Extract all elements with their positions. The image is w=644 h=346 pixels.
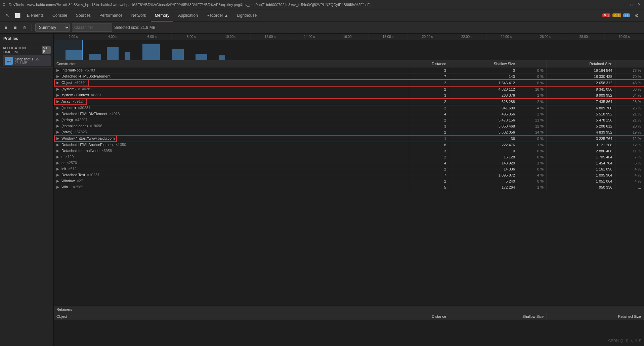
constructor-cell[interactable]: ▶ (string)×42297 <box>54 117 409 123</box>
window-close-btn[interactable]: ✕ <box>636 2 642 8</box>
timeline-bars-area[interactable] <box>54 40 644 60</box>
tab-sources[interactable]: Sources <box>72 9 95 21</box>
table-row[interactable]: ▶ InternalNode×5783300 %19 164 54473 % <box>54 67 644 73</box>
table-row[interactable]: ▶ (compiled code)×1909633 058 46812 %5 2… <box>54 123 644 129</box>
tree-expand-icon[interactable]: ▶ <box>56 185 60 189</box>
constructor-cell[interactable]: ▶ init×512 <box>54 166 409 172</box>
constructor-cell[interactable]: ▶ (compiled code)×19096 <box>54 123 409 129</box>
snapshot-info: Snapshot 1 Sa 26.1 MB <box>15 57 39 65</box>
window-minimize-btn[interactable]: ─ <box>621 2 627 8</box>
constructor-cell[interactable]: ▶ Detached HTMLBodyElement <box>54 73 409 80</box>
table-row[interactable]: ▶ system / Context×83373268 3761 %8 909 … <box>54 92 644 98</box>
table-row[interactable]: ▶ (system)×14028124 820 11218 %9 341 056… <box>54 86 644 92</box>
tree-expand-icon[interactable]: ▶ <box>56 81 60 85</box>
constructor-cell[interactable]: ▶ Detached InternalNode×3958 <box>54 148 409 154</box>
retained-size-cell: 2 886 468 <box>547 148 615 154</box>
tab-memory[interactable]: Memory <box>151 9 173 21</box>
devtools-icon-cursor[interactable]: ↖ <box>3 11 12 20</box>
constructor-cell[interactable]: ▶ Object×60394 <box>54 80 409 86</box>
table-row[interactable]: ▶ Win...×25855172 2641 %950 336... <box>54 184 644 190</box>
constructor-cell[interactable]: ▶ InternalNode×5783 <box>54 67 409 73</box>
tab-network[interactable]: Network <box>127 9 150 21</box>
distance-cell: 7 <box>409 73 449 80</box>
retained-size-cell: 5 478 156 <box>547 117 615 123</box>
retained-size-cell: 1 161 096 <box>547 166 615 172</box>
tab-recorder[interactable]: Recorder ▲ <box>203 9 232 21</box>
constructor-cell[interactable]: ▶ (system)×140281 <box>54 86 409 92</box>
constructor-cell[interactable]: ▶ Window / https://www.baidu.com <box>54 135 409 142</box>
distance-cell: 2 <box>409 105 449 111</box>
table-row[interactable]: ▶ (closure)×302312941 6804 %6 809 76026 … <box>54 105 644 111</box>
table-row[interactable]: ▶ Object×6039421 546 4126 %12 658 31248 … <box>54 80 644 86</box>
class-filter-input[interactable] <box>72 23 112 32</box>
constructor-cell[interactable]: ▶ ot×2570 <box>54 160 409 166</box>
devtools-settings-btn[interactable]: ⚙ <box>632 11 641 20</box>
table-row[interactable]: ▶ Detached HTMLDivElement×40134495 3562 … <box>54 111 644 117</box>
constructor-cell[interactable]: ▶ s×129 <box>54 154 409 160</box>
time-label-11: 22.00 s <box>447 34 486 40</box>
table-row[interactable]: ▶ Detached HTMLBodyElement71400 %18 330 … <box>54 73 644 80</box>
tree-expand-icon[interactable]: ▶ <box>56 106 60 110</box>
tab-performance[interactable]: Performance <box>95 9 127 21</box>
devtools-icon-device[interactable]: ⬜ <box>13 11 22 20</box>
tab-lighthouse[interactable]: Lighthouse <box>233 9 261 21</box>
snapshot-item[interactable]: 📷 Snapshot 1 Sa 26.1 MB <box>3 55 51 66</box>
header-constructor[interactable]: Constructor <box>54 60 409 67</box>
tree-expand-icon[interactable]: ▶ <box>56 167 60 171</box>
tree-expand-icon[interactable]: ▶ <box>56 68 60 72</box>
tree-expand-icon[interactable]: ▶ <box>56 87 60 91</box>
table-row[interactable]: ▶ Window×2725 2400 %1 051 0644 % <box>54 178 644 184</box>
tree-expand-icon[interactable]: ▶ <box>56 179 60 183</box>
table-row[interactable]: ▶ Detached HTMLAnchorElement×13508222 47… <box>54 142 644 148</box>
tree-expand-icon[interactable]: ▶ <box>56 173 60 177</box>
header-shallow-size[interactable]: Shallow Size <box>449 60 518 67</box>
constructor-cell[interactable]: ▶ Array×39124 <box>54 98 409 105</box>
header-distance[interactable]: Distance <box>409 60 449 67</box>
constructor-name: Detached HTMLBodyElement <box>61 74 111 78</box>
retainers-header-retained[interactable]: Retained Size <box>547 313 644 320</box>
constructor-cell[interactable]: ▶ Window×27 <box>54 178 409 184</box>
constructor-cell[interactable]: ▶ Detached HTMLAnchorElement×1350 <box>54 142 409 148</box>
table-row[interactable]: ▶ s×129216 1280 %1 705 4647 % <box>54 154 644 160</box>
tree-expand-icon[interactable]: ▶ <box>56 118 60 122</box>
table-row[interactable]: ▶ ot×25704143 9201 %1 454 7846 % <box>54 160 644 166</box>
window-restore-btn[interactable]: □ <box>629 2 635 8</box>
tree-expand-icon[interactable]: ▶ <box>56 130 60 134</box>
header-retained-size[interactable]: Retained Size <box>547 60 615 67</box>
data-table-container[interactable]: Constructor Distance Shallow Size Retain… <box>54 60 644 306</box>
retainers-header-shallow[interactable]: Shallow Size <box>449 313 547 320</box>
table-row[interactable]: ▶ Detached InternalNode×3958300 %2 886 4… <box>54 148 644 154</box>
table-row[interactable]: ▶ Detached Text×1023771 095 8724 %1 095 … <box>54 172 644 178</box>
record-btn[interactable]: ⏺ <box>2 24 9 31</box>
constructor-cell[interactable]: ▶ (array)×37825 <box>54 129 409 135</box>
tree-expand-icon[interactable]: ▶ <box>56 74 60 78</box>
tree-expand-icon[interactable]: ▶ <box>56 143 60 147</box>
table-row[interactable]: ▶ Window / https://www.baidu.com1360 %3 … <box>54 135 644 142</box>
tab-application[interactable]: Application <box>174 9 202 21</box>
tree-expand-icon[interactable]: ▶ <box>56 149 60 153</box>
constructor-cell[interactable]: ▶ system / Context×8337 <box>54 92 409 98</box>
trash-btn[interactable]: 🗑 <box>21 24 28 31</box>
constructor-cell[interactable]: ▶ Detached Text×10237 <box>54 172 409 178</box>
constructor-cell[interactable]: ▶ Detached HTMLDivElement×4013 <box>54 111 409 117</box>
shallow-pct-cell: 2 % <box>518 98 546 105</box>
constructor-cell[interactable]: ▶ (closure)×30231 <box>54 105 409 111</box>
tree-expand-icon[interactable]: ▶ <box>56 155 60 159</box>
tab-console[interactable]: Console <box>48 9 71 21</box>
summary-dropdown[interactable]: Summary Comparison Containment Statistic… <box>35 23 70 32</box>
retainers-header-object[interactable]: Object <box>54 313 409 320</box>
stop-btn[interactable]: ⏹ <box>11 24 19 31</box>
tree-expand-icon[interactable]: ▶ <box>56 93 60 97</box>
constructor-cell[interactable]: ▶ Win...×2585 <box>54 184 409 190</box>
table-row[interactable]: ▶ init×512214 3360 %1 161 0964 % <box>54 166 644 172</box>
tree-expand-icon[interactable]: ▶ <box>56 112 60 116</box>
table-row[interactable]: ▶ Array×391242628 2882 %7 435 86428 % <box>54 98 644 105</box>
tree-expand-icon[interactable]: ▶ <box>56 136 60 140</box>
tree-expand-icon[interactable]: ▶ <box>56 161 60 165</box>
table-row[interactable]: ▶ (array)×3782523 632 05614 %4 839 95219… <box>54 129 644 135</box>
tree-expand-icon[interactable]: ▶ <box>56 124 60 128</box>
table-row[interactable]: ▶ (string)×4229725 478 15621 %5 478 1562… <box>54 117 644 123</box>
tab-elements[interactable]: Elements <box>23 9 48 21</box>
retainers-header-distance[interactable]: Distance <box>409 313 449 320</box>
tree-expand-icon[interactable]: ▶ <box>56 99 60 103</box>
